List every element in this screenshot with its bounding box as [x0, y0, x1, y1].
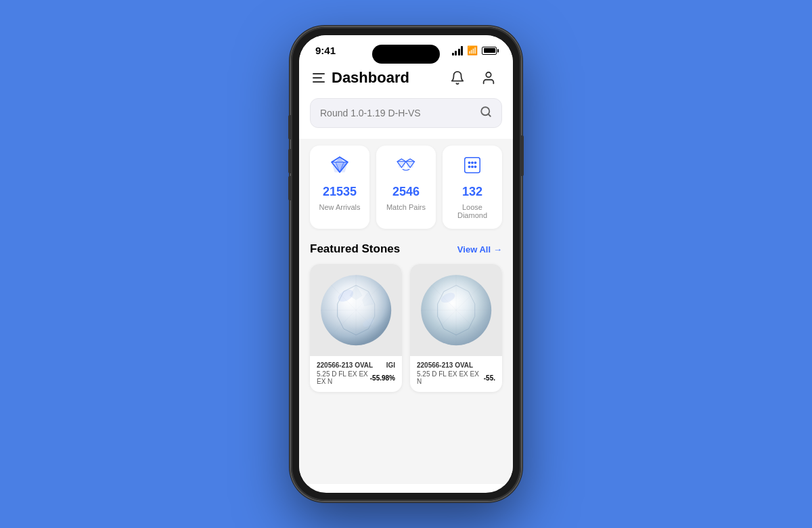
new-arrivals-number: 21535: [323, 185, 357, 199]
phone-screen: 9:41 📶 Dashboard: [299, 35, 513, 493]
diamond-info-1: 220566-213 OVAL IGI 5.25 D FL EX EX EX N…: [310, 356, 402, 392]
new-arrivals-label: New Arrivals: [319, 203, 360, 211]
loose-diamond-number: 132: [462, 185, 482, 199]
grid-icon: [462, 155, 482, 179]
svg-point-26: [471, 165, 474, 168]
stat-card-new-arrivals[interactable]: 21535 New Arrivals: [310, 146, 369, 229]
stat-card-loose-diamond[interactable]: 132 Loose Diamond: [443, 146, 502, 229]
screen-content: Dashboard: [299, 60, 513, 484]
featured-title: Featured Stones: [310, 242, 400, 256]
search-icon[interactable]: [480, 106, 492, 120]
menu-button[interactable]: [313, 73, 325, 83]
diamond-image-1: [310, 264, 402, 356]
stat-card-match-pairs[interactable]: 2546 Match Pairs: [376, 146, 436, 229]
svg-point-22: [468, 161, 471, 164]
battery-icon: [482, 47, 497, 55]
dynamic-island: [372, 45, 440, 64]
diamond-specs-2: 5.25 D FL EX EX EX N -55.: [417, 370, 495, 385]
svg-point-25: [468, 165, 471, 168]
diamond-id-1: 220566-213 OVAL: [317, 361, 373, 369]
search-bar[interactable]: [310, 98, 502, 128]
view-all-button[interactable]: View All →: [457, 244, 502, 255]
wifi-icon: 📶: [467, 45, 478, 56]
svg-point-24: [474, 161, 477, 164]
header-left: Dashboard: [313, 69, 409, 87]
match-pairs-label: Match Pairs: [386, 203, 426, 211]
diamond-discount-2: -55.: [484, 374, 495, 382]
page-title: Dashboard: [332, 69, 409, 87]
svg-point-0: [486, 72, 491, 77]
header-right: [447, 67, 499, 89]
diamond-image-2: [410, 264, 502, 356]
phone-device: 9:41 📶 Dashboard: [291, 27, 521, 501]
user-icon: [481, 70, 496, 85]
match-pairs-number: 2546: [392, 185, 420, 199]
stats-section: 21535 New Arrivals: [299, 139, 513, 236]
diamond-row1-2: 220566-213 OVAL: [417, 361, 495, 369]
svg-point-36: [321, 275, 391, 345]
diamond-cards-container: 220566-213 OVAL IGI 5.25 D FL EX EX EX N…: [310, 264, 502, 392]
svg-point-45: [421, 275, 491, 345]
featured-section: Featured Stones View All →: [299, 236, 513, 397]
diamond-card-2[interactable]: 220566-213 OVAL 5.25 D FL EX EX EX N -55…: [410, 264, 502, 392]
svg-line-2: [488, 114, 490, 116]
status-time: 9:41: [315, 45, 336, 56]
diamond-cert-1: IGI: [386, 361, 395, 369]
bell-icon: [450, 70, 465, 85]
svg-point-27: [474, 165, 477, 168]
svg-point-23: [471, 161, 474, 164]
diamond-specs-1: 5.25 D FL EX EX EX N -55.98%: [317, 370, 395, 385]
diamond-card-1[interactable]: 220566-213 OVAL IGI 5.25 D FL EX EX EX N…: [310, 264, 402, 392]
pairs-icon: [396, 155, 416, 179]
featured-header: Featured Stones View All →: [310, 242, 502, 256]
diamond-spec-text-1: 5.25 D FL EX EX EX N: [317, 370, 370, 385]
diamond-discount-1: -55.98%: [370, 374, 395, 382]
app-header: Dashboard: [299, 60, 513, 98]
search-container: [299, 98, 513, 139]
search-input[interactable]: [320, 108, 474, 118]
notification-button[interactable]: [447, 67, 468, 89]
diamond-spec-text-2: 5.25 D FL EX EX EX N: [417, 370, 484, 385]
diamond-icon: [330, 155, 350, 179]
diamond-id-2: 220566-213 OVAL: [417, 361, 473, 369]
status-icons: 📶: [452, 45, 497, 56]
signal-icon: [452, 46, 464, 56]
diamond-row1-1: 220566-213 OVAL IGI: [317, 361, 395, 369]
loose-diamond-label: Loose Diamond: [449, 203, 495, 219]
diamond-info-2: 220566-213 OVAL 5.25 D FL EX EX EX N -55…: [410, 356, 502, 392]
svg-rect-21: [465, 158, 480, 173]
profile-button[interactable]: [478, 67, 499, 89]
